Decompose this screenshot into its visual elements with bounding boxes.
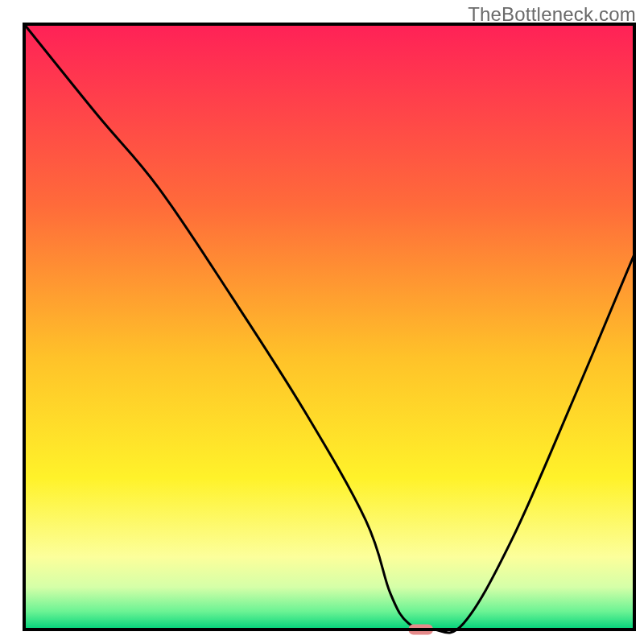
plot-background: [24, 24, 634, 630]
watermark-text: TheBottleneck.com: [468, 3, 636, 26]
bottleneck-chart: TheBottleneck.com: [0, 0, 644, 644]
chart-canvas: [0, 0, 644, 644]
